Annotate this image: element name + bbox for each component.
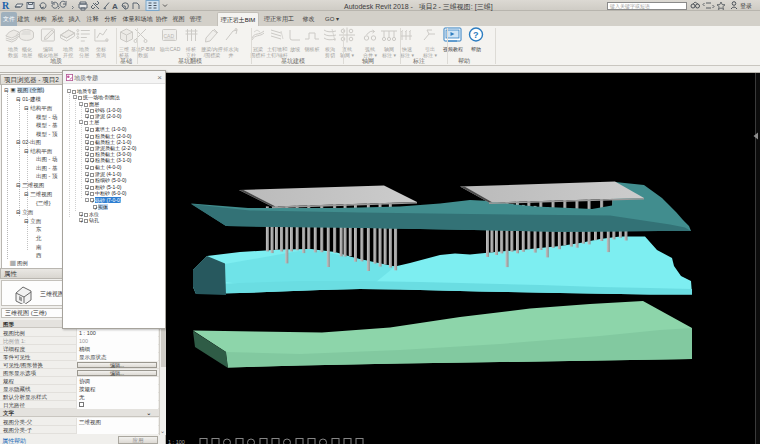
svg-text:R: R — [2, 0, 10, 11]
svg-text:登录: 登录 — [740, 2, 752, 10]
svg-text:1 : 100: 1 : 100 — [168, 439, 185, 444]
svg-text:A: A — [112, 2, 118, 11]
svg-text:CAD: CAD — [164, 33, 175, 39]
svg-text:?: ? — [473, 30, 479, 40]
